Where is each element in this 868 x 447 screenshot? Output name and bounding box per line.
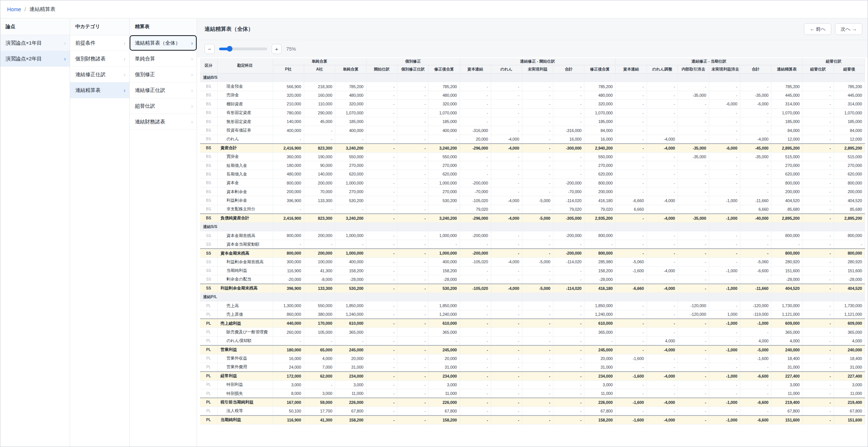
sidebar-item[interactable]: 個別修正› [130,67,197,82]
sidebar-item[interactable]: 連結修正仕訳› [130,82,197,98]
cell-value: -8,000 [304,275,335,284]
cell-value: - [647,178,678,187]
cell-value: 566,900 [273,82,304,91]
zoom-slider-handle[interactable] [227,46,233,52]
cell [678,222,709,231]
cell-value: - [522,178,553,187]
cell-value: - [491,205,522,213]
cell-value: - [553,354,584,363]
cell-value: 3,000 [429,380,460,389]
sidebar-item-label: 個別修正 [135,71,155,78]
sidebar-item[interactable]: 演習論点×2年目› [0,51,70,67]
next-button[interactable]: 次へ → [835,23,862,35]
cell-value: - [522,144,553,152]
cell-value: - [647,126,678,135]
row-tag: PL [200,302,217,310]
cell-value: - [460,302,491,310]
sidebar-item[interactable]: 個別財務諸表› [70,51,129,67]
sidebar-item[interactable]: 連結修正仕訳› [70,67,129,82]
prev-button[interactable]: ← 前へ [804,23,831,35]
zoom-out-button[interactable]: − [205,44,215,54]
cell-value: 609,000 [834,319,865,327]
cell-value: - [491,380,522,389]
cell [273,74,304,82]
cell-value: - [802,328,834,336]
cell-value: - [491,416,522,424]
row-tag: BS [200,117,217,126]
cell-value: 800,000 [584,249,616,257]
cell-value: - [491,126,522,135]
cell-value: - [616,302,647,310]
cell-value: -5,000 [522,214,553,222]
cell-value: 4,000 [304,354,335,363]
cell-value: 1,070,000 [429,108,460,117]
cell-value: 226,000 [335,398,366,406]
cell-value: 1,000,000 [429,249,460,257]
cell-value: - [678,188,709,196]
panel-title: 精算表 [130,18,197,35]
cell-value: 785,200 [335,82,366,91]
column-header: 未実現利益 [522,65,553,74]
cell-value: 780,000 [273,108,304,117]
sidebar-item[interactable]: 単純合算› [130,51,197,67]
cell-value: - [460,240,491,249]
zoom-in-button[interactable]: + [272,44,282,54]
cell-value: 620,000 [834,170,865,178]
cell-value: - [802,240,834,249]
cell-value: 151,600 [834,266,865,275]
cell-value: 1,850,000 [429,302,460,310]
cell-value: 3,000 [335,380,366,389]
cell-value: - [616,135,647,143]
cell-value: 67,800 [834,406,865,415]
sidebar-item[interactable]: 演習論点×1年目› [0,35,70,51]
cell-value: - [647,161,678,170]
sidebar-item[interactable]: 連結精算表（全体）› [130,35,197,51]
account-label: 利益剰余金期首残高 [217,258,273,266]
cell-value: - [522,170,553,178]
cell-value: - [366,214,397,222]
row-tag: BS [200,108,217,117]
cell-value: 285,980 [584,258,616,266]
cell-value: 290,000 [304,108,335,117]
sidebar-item-label: 演習論点×2年目 [6,56,42,62]
cell [460,292,491,301]
cell-value: - [678,196,709,205]
cell-value: - [771,240,802,249]
cell-value: - [522,275,553,284]
cell [522,292,553,301]
cell-value: - [460,170,491,178]
zoom-slider[interactable] [219,46,267,51]
row-tag: SS [200,266,217,275]
cell-value: 860,000 [273,310,304,319]
section-row: 連結B/S [200,74,865,82]
sidebar-item[interactable]: 連結精算表› [70,82,129,98]
row-tag: BS [200,100,217,108]
table-row: PL販売費及び一般管理費260,000105,000365,000--365,0… [200,328,865,336]
cell-value: - [802,82,834,91]
cell-value: 151,600 [771,266,802,275]
cell [740,292,771,301]
cell-value: - [366,354,397,363]
sidebar-panel-worksheet: 精算表連結精算表（全体）›単純合算›個別修正›連結修正仕訳›組替仕訳›連結財務諸… [130,18,197,447]
table-row: PL法人税等50,10017,70067,800--67,800----67,8… [200,406,865,415]
cell-value: 105,000 [304,328,335,336]
cell-value: -4,000 [740,135,771,143]
row-tag: PL [200,363,217,371]
sidebar-item[interactable]: 前提条件› [70,35,129,51]
row-tag: PL [200,398,217,406]
cell-value: - [647,275,678,284]
cell-value: -5,000 [522,196,553,205]
row-tag: SS [200,249,217,257]
cell-value: 365,000 [834,328,865,336]
cell [584,74,616,82]
sidebar-item[interactable]: 組替仕訳› [130,98,197,114]
cell-value: - [522,108,553,117]
sidebar-item[interactable]: 連結財務諸表› [130,114,197,130]
cell [460,74,491,82]
breadcrumb-home-link[interactable]: Home [7,6,21,12]
cell [709,292,740,301]
cell-value: - [616,144,647,152]
cell-value: - [460,108,491,117]
cell-value: - [429,135,460,143]
cell-value: 219,400 [834,398,865,406]
